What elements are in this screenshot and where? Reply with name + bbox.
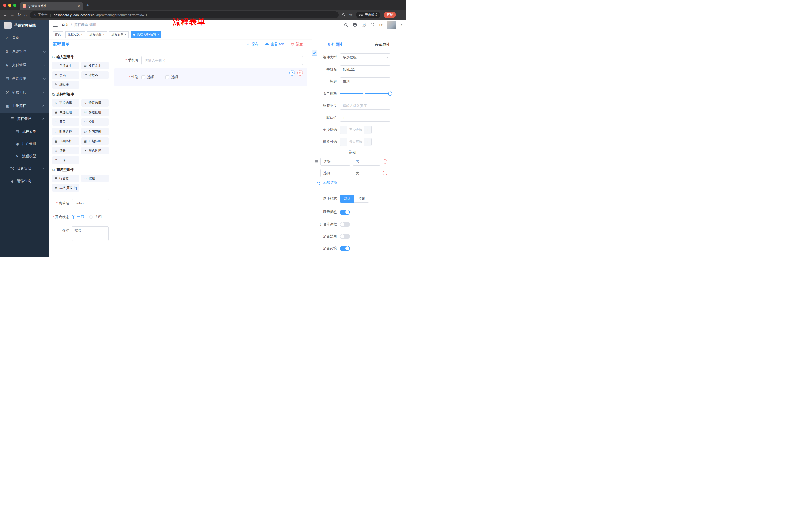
component-slider[interactable]: ⊷滑块: [81, 118, 109, 126]
update-button[interactable]: 更新: [384, 12, 396, 18]
status-off-radio[interactable]: 关闭: [89, 215, 102, 219]
phone-input[interactable]: [141, 56, 303, 65]
component-date-picker[interactable]: ▦日期选择: [52, 137, 79, 145]
tab-process-model[interactable]: 流程模型 ×: [87, 31, 107, 38]
component-editor[interactable]: ✎编辑器: [52, 81, 79, 88]
component-radio-group[interactable]: ◉单选框组: [52, 109, 79, 116]
clear-button[interactable]: 清空: [291, 42, 303, 47]
option1-value-input[interactable]: [353, 158, 380, 166]
sidebar-item-process-form[interactable]: ▤ 流程表单: [0, 125, 49, 138]
component-checkbox-group[interactable]: ☑多选框组: [81, 109, 109, 116]
option2-value-input[interactable]: [353, 169, 380, 177]
canvas-field-phone[interactable]: 手机号: [114, 55, 307, 66]
style-default-button[interactable]: 默认: [340, 195, 354, 203]
sidebar-item-workflow[interactable]: ▣ 工作流程: [0, 99, 49, 113]
sidebar-item-process-model[interactable]: ➤ 流程模型: [0, 150, 49, 162]
tag-close-icon[interactable]: ×: [157, 33, 159, 36]
style-button-button[interactable]: 按钮: [354, 195, 369, 203]
sidebar-item-infrastructure[interactable]: ▤ 基础设施: [0, 72, 49, 85]
form-canvas[interactable]: 手机号: [112, 49, 312, 257]
sidebar-item-home[interactable]: ⌂ 首页: [0, 31, 49, 45]
border-toggle[interactable]: [340, 222, 350, 227]
component-time-range[interactable]: ◶时间范围: [81, 128, 109, 135]
component-rate[interactable]: ☆评分: [52, 147, 79, 154]
drag-handle-icon[interactable]: ☰: [315, 171, 318, 175]
save-button[interactable]: ✓ 保存: [247, 42, 259, 47]
title-input[interactable]: [340, 77, 390, 85]
help-icon[interactable]: ?: [361, 23, 366, 27]
back-icon[interactable]: ←: [3, 13, 7, 17]
window-minimize-button[interactable]: [8, 4, 11, 7]
option1-label-input[interactable]: [320, 158, 350, 166]
delete-field-button[interactable]: [297, 70, 303, 76]
remove-option-icon[interactable]: −: [383, 159, 387, 164]
bookmark-star-icon[interactable]: ☆: [349, 13, 353, 17]
tab-process-form[interactable]: 流程表单 ×: [109, 31, 128, 38]
tab-process-form-edit[interactable]: 流程表单-编辑 ×: [131, 31, 161, 38]
tab-component-props[interactable]: 组件属性: [312, 39, 359, 50]
component-button[interactable]: ▭按钮: [81, 174, 109, 182]
add-option-button[interactable]: + 添加选项: [317, 180, 390, 185]
remove-option-icon[interactable]: −: [383, 171, 387, 175]
fullscreen-icon[interactable]: [370, 23, 374, 27]
plus-icon[interactable]: +: [364, 138, 371, 145]
default-value-input[interactable]: [340, 114, 390, 122]
forward-icon[interactable]: →: [10, 13, 14, 17]
component-type-select[interactable]: 多选框组: [340, 53, 390, 61]
hamburger-icon[interactable]: [53, 23, 58, 27]
remark-textarea[interactable]: 嘿嘿: [71, 226, 109, 241]
window-close-button[interactable]: [3, 4, 6, 7]
minus-icon[interactable]: −: [340, 126, 347, 134]
browser-tab[interactable]: 芋道管理系统 ×: [20, 2, 83, 10]
label-width-input[interactable]: [340, 102, 390, 110]
sidebar-item-task-management[interactable]: ⌥ 任务管理: [0, 162, 49, 175]
tab-process-definition[interactable]: 流程定义 ×: [65, 31, 85, 38]
data-binding-link-icon[interactable]: [312, 50, 317, 56]
avatar-caret-icon[interactable]: ▾: [401, 23, 403, 26]
github-icon[interactable]: [352, 22, 357, 27]
component-date-range[interactable]: ▦日期范围: [81, 137, 109, 145]
new-tab-button[interactable]: +: [86, 3, 89, 8]
security-label[interactable]: 不安全: [38, 12, 48, 17]
tag-close-icon[interactable]: ×: [81, 33, 83, 36]
view-json-button[interactable]: 查看json: [265, 42, 284, 47]
max-select-input[interactable]: [347, 138, 364, 145]
tab-home[interactable]: 首页: [53, 31, 63, 38]
min-select-input[interactable]: [347, 126, 364, 134]
component-switch[interactable]: ⊶开关: [52, 118, 79, 126]
window-zoom-button[interactable]: [13, 4, 16, 7]
component-time-picker[interactable]: ◷时间选择: [52, 128, 79, 135]
status-on-radio[interactable]: 开启: [71, 215, 84, 219]
tab-close-icon[interactable]: ×: [77, 4, 80, 8]
drag-handle-icon[interactable]: ☰: [315, 160, 318, 164]
reload-icon[interactable]: ↻: [18, 13, 21, 17]
password-key-icon[interactable]: [342, 13, 346, 17]
copy-field-button[interactable]: [289, 70, 295, 76]
gender-option1-checkbox[interactable]: 选项一: [141, 75, 158, 79]
component-table-dev[interactable]: ▦表格[开发中]: [52, 184, 79, 192]
gender-option2-checkbox[interactable]: 选项二: [165, 75, 182, 79]
avatar[interactable]: [387, 21, 396, 29]
component-select[interactable]: ◎下拉选择: [52, 99, 79, 107]
component-counter[interactable]: 123计数器: [81, 72, 109, 79]
sidebar-item-payment[interactable]: ¥ 支付管理: [0, 58, 49, 72]
app-logo[interactable]: 芋道管理系统: [0, 20, 49, 31]
canvas-field-gender[interactable]: 性别 选项一 选项二: [114, 69, 307, 86]
plus-icon[interactable]: +: [364, 126, 371, 134]
sidebar-item-leave-query[interactable]: ☻ 请假查询: [0, 175, 49, 187]
sidebar-item-devtools[interactable]: ⚒ 研发工具: [0, 85, 49, 99]
sidebar-item-user-group[interactable]: ◉ 用户分组: [0, 138, 49, 150]
form-name-input[interactable]: [71, 199, 109, 207]
disabled-toggle[interactable]: [340, 234, 350, 239]
component-upload[interactable]: ↥上传: [52, 156, 79, 164]
option2-label-input[interactable]: [320, 169, 350, 177]
grid-slider[interactable]: [340, 89, 390, 98]
show-label-toggle[interactable]: [340, 210, 350, 215]
breadcrumb-home[interactable]: 首页: [62, 23, 68, 27]
tag-close-icon[interactable]: ×: [125, 33, 126, 36]
component-password[interactable]: ⊙密码: [52, 72, 79, 79]
search-icon[interactable]: [344, 23, 348, 27]
tag-close-icon[interactable]: ×: [103, 33, 105, 36]
component-row-container[interactable]: ▣行容器: [52, 174, 79, 182]
component-multiline-text[interactable]: ▤多行文本: [81, 62, 109, 70]
